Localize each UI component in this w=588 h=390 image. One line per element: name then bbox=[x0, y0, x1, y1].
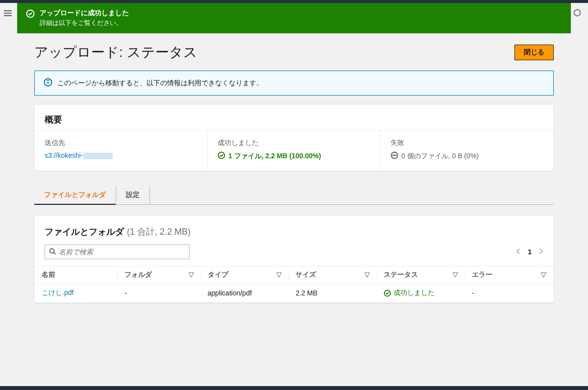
files-table: 名前 フォルダ▽ タイプ▽ サイズ▽ ステータス▽ エラー▽ こけし.pdf -… bbox=[35, 266, 553, 303]
fail-label: 失敗 bbox=[391, 139, 543, 147]
filter-icon[interactable]: ▽ bbox=[453, 270, 458, 278]
svg-point-10 bbox=[50, 248, 54, 253]
destination-value[interactable]: s3://kokeshi- bbox=[45, 151, 197, 159]
pagination: 1 bbox=[516, 248, 543, 256]
svg-point-4 bbox=[48, 80, 48, 81]
cell-size: 2.2 MB bbox=[289, 284, 377, 303]
tab-settings[interactable]: 設定 bbox=[116, 186, 150, 204]
files-table-count: (1 合計, 2.2 MB) bbox=[127, 226, 191, 238]
info-alert-text: このページから移動すると、以下の情報は利用できなくなります。 bbox=[57, 79, 263, 88]
svg-marker-0 bbox=[574, 9, 580, 16]
flash-title: アップロードに成功しました bbox=[40, 9, 129, 18]
summary-heading: 概要 bbox=[35, 105, 553, 130]
col-name[interactable]: 名前 bbox=[42, 270, 55, 278]
summary-panel: 概要 送信先 s3://kokeshi- 成功しました bbox=[34, 104, 554, 171]
destination-label: 送信先 bbox=[45, 139, 197, 147]
col-size[interactable]: サイズ bbox=[295, 270, 316, 278]
filter-icon[interactable]: ▽ bbox=[189, 270, 194, 278]
filter-icon[interactable]: ▽ bbox=[541, 270, 546, 278]
info-icon bbox=[44, 78, 52, 88]
cell-folder: - bbox=[118, 284, 200, 303]
flash-success-banner: アップロードに成功しました 詳細は以下をご覧ください。 bbox=[17, 3, 571, 33]
tab-bar: ファイルとフォルダ 設定 bbox=[34, 186, 554, 205]
success-label: 成功しました bbox=[218, 139, 370, 147]
col-error[interactable]: エラー bbox=[472, 270, 492, 278]
table-row: こけし.pdf - application/pdf 2.2 MB 成功しました bbox=[35, 284, 553, 303]
help-icon[interactable] bbox=[573, 9, 581, 18]
info-alert: このページから移動すると、以下の情報は利用できなくなります。 bbox=[34, 71, 554, 96]
filter-icon[interactable]: ▽ bbox=[276, 270, 282, 278]
filter-icon[interactable]: ▽ bbox=[365, 270, 370, 278]
page-next-icon[interactable] bbox=[539, 248, 543, 256]
col-folder[interactable]: フォルダ bbox=[124, 270, 152, 278]
page-title: アップロード: ステータス bbox=[34, 43, 197, 62]
success-value: 1 ファイル, 2.2 MB (100.00%) bbox=[228, 152, 321, 161]
file-name-link[interactable]: こけし.pdf bbox=[42, 289, 74, 296]
col-status[interactable]: ステータス bbox=[384, 270, 418, 278]
success-check-icon bbox=[26, 9, 35, 20]
page-number: 1 bbox=[528, 248, 532, 256]
page-header: アップロード: ステータス 閉じる bbox=[34, 43, 554, 62]
cell-error: - bbox=[465, 284, 553, 303]
flash-subtitle: 詳細は以下をご覧ください。 bbox=[40, 19, 129, 27]
files-panel: ファイルとフォルダ (1 合計, 2.2 MB) bbox=[34, 216, 554, 303]
search-input[interactable] bbox=[56, 248, 185, 256]
svg-point-9 bbox=[395, 155, 396, 155]
minus-circle-icon bbox=[391, 151, 398, 161]
redacted-text bbox=[83, 153, 113, 159]
svg-point-8 bbox=[394, 155, 394, 155]
cell-type: application/pdf bbox=[201, 284, 289, 303]
status-badge: 成功しました bbox=[384, 289, 458, 297]
summary-destination: 送信先 s3://kokeshi- bbox=[35, 131, 208, 171]
svg-point-7 bbox=[392, 155, 393, 155]
success-check-icon bbox=[218, 151, 225, 161]
search-input-wrap[interactable] bbox=[45, 244, 190, 259]
close-button[interactable]: 閉じる bbox=[514, 45, 554, 60]
col-type[interactable]: タイプ bbox=[208, 270, 228, 278]
summary-success: 成功しました 1 ファイル, 2.2 MB (100.00%) bbox=[208, 131, 381, 171]
menu-toggle-icon[interactable] bbox=[4, 9, 12, 18]
summary-failed: 失敗 0 個のファイル, 0 B (0%) bbox=[381, 131, 553, 171]
files-table-title: ファイルとフォルダ bbox=[45, 226, 124, 238]
svg-line-11 bbox=[54, 252, 56, 254]
search-icon bbox=[49, 248, 56, 256]
page-prev-icon[interactable] bbox=[516, 248, 521, 256]
tab-files[interactable]: ファイルとフォルダ bbox=[34, 186, 116, 204]
success-check-icon bbox=[384, 290, 391, 297]
fail-value: 0 個のファイル, 0 B (0%) bbox=[401, 152, 479, 161]
